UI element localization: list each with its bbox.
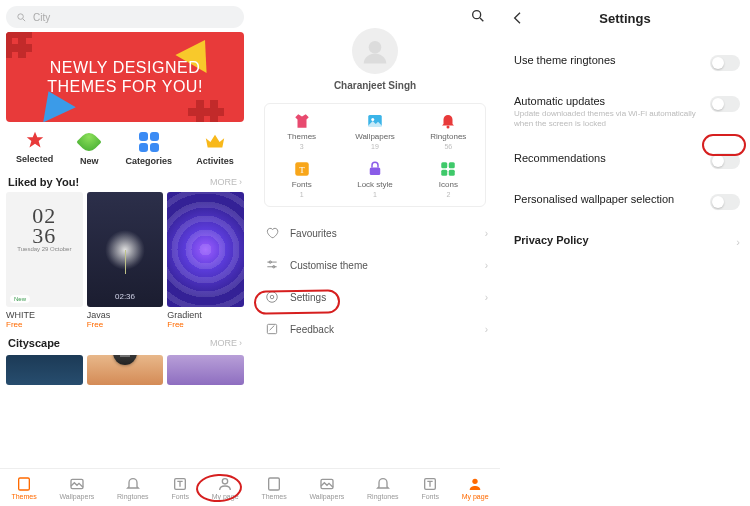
stat-count: 2 xyxy=(446,191,450,198)
themes-home-screen: City Newly Designed Themes For You! Sele… xyxy=(0,0,250,506)
nav-ringtones[interactable]: Ringtones xyxy=(367,476,399,500)
scroll-top-button[interactable] xyxy=(113,355,137,365)
stat-ringtones[interactable]: Ringtones 56 xyxy=(412,112,485,150)
setting-automatic-updates[interactable]: Automatic updates Update downloaded them… xyxy=(514,83,740,140)
avatar[interactable] xyxy=(352,28,398,74)
svg-rect-17 xyxy=(442,170,448,176)
setting-privacy-policy[interactable]: Privacy Policy › xyxy=(514,222,740,260)
svg-rect-15 xyxy=(442,162,448,168)
theme-thumbnail[interactable] xyxy=(6,355,83,385)
stat-lockstyle[interactable]: Lock style 1 xyxy=(338,160,411,198)
menu-label: Customise theme xyxy=(290,260,368,271)
theme-thumbnail[interactable] xyxy=(167,355,244,385)
theme-name: Javas xyxy=(87,310,164,320)
page-title: Settings xyxy=(599,11,650,26)
menu-list: Favourites › Customise theme › Settings … xyxy=(256,217,494,345)
menu-feedback[interactable]: Feedback › xyxy=(256,313,494,345)
svg-point-11 xyxy=(447,126,450,129)
svg-point-0 xyxy=(18,13,24,19)
svg-point-29 xyxy=(472,478,477,483)
setting-title: Privacy Policy xyxy=(514,234,736,246)
svg-rect-26 xyxy=(269,478,280,490)
svg-text:T: T xyxy=(299,165,305,175)
chevron-right-icon: › xyxy=(736,236,740,248)
svg-point-23 xyxy=(270,295,274,299)
cityscape-row xyxy=(0,355,250,385)
more-link[interactable]: MORE› xyxy=(210,338,242,348)
nav-label: Fonts xyxy=(421,493,439,500)
hero-banner[interactable]: Newly Designed Themes For You! xyxy=(6,32,244,122)
bottom-nav: Themes Wallpapers Ringtones Fonts My pag… xyxy=(250,468,500,506)
gear-icon xyxy=(264,290,280,304)
theme-thumbnail xyxy=(167,192,244,307)
stat-count: 1 xyxy=(300,191,304,198)
chevron-right-icon: › xyxy=(485,228,488,239)
image-icon xyxy=(69,476,85,492)
stat-icons[interactable]: Icons 2 xyxy=(412,160,485,198)
tab-activities[interactable]: Activites xyxy=(196,130,234,166)
search-bar[interactable]: City xyxy=(6,6,244,28)
stat-wallpapers[interactable]: Wallpapers 19 xyxy=(338,112,411,150)
edit-icon xyxy=(264,322,280,336)
menu-label: Feedback xyxy=(290,324,334,335)
theme-thumbnail[interactable] xyxy=(87,355,164,385)
hero-text: Newly Designed Themes For You! xyxy=(47,58,203,96)
tab-selected[interactable]: Selected xyxy=(16,130,53,166)
leaf-icon xyxy=(77,130,101,154)
nav-label: Ringtones xyxy=(117,493,149,500)
back-button[interactable] xyxy=(510,10,526,29)
stat-count: 56 xyxy=(444,143,452,150)
nav-label: Themes xyxy=(11,493,36,500)
theme-name: Gradient xyxy=(167,310,244,320)
nav-wallpapers[interactable]: Wallpapers xyxy=(309,476,344,500)
toggle[interactable] xyxy=(710,153,740,169)
search-placeholder: City xyxy=(33,12,50,23)
nav-mypage[interactable]: My page xyxy=(212,476,239,500)
tab-categories[interactable]: Categories xyxy=(126,130,173,166)
nav-themes[interactable]: Themes xyxy=(11,476,36,500)
badge: New xyxy=(10,295,30,303)
theme-name: WHITE xyxy=(6,310,83,320)
shirt-icon xyxy=(293,112,311,130)
setting-use-theme-ringtones[interactable]: Use theme ringtones xyxy=(514,42,740,83)
stat-themes[interactable]: Themes 3 xyxy=(265,112,338,150)
nav-ringtones[interactable]: Ringtones xyxy=(117,476,149,500)
search-button[interactable] xyxy=(470,8,486,26)
toggle[interactable] xyxy=(710,96,740,112)
theme-card[interactable]: 0236 Tuesday 29 October New WHITE Free xyxy=(6,192,83,329)
apps-icon xyxy=(439,160,457,178)
menu-customise[interactable]: Customise theme › xyxy=(256,249,494,281)
setting-title: Personalised wallpaper selection xyxy=(514,193,710,205)
tab-label: Selected xyxy=(16,154,53,164)
nav-themes[interactable]: Themes xyxy=(261,476,286,500)
setting-personalised-wallpaper[interactable]: Personalised wallpaper selection xyxy=(514,181,740,222)
setting-description: Update downloaded themes via Wi-Fi autom… xyxy=(514,109,710,128)
tab-new[interactable]: New xyxy=(77,130,101,166)
nav-wallpapers[interactable]: Wallpapers xyxy=(59,476,94,500)
menu-settings[interactable]: Settings › xyxy=(256,281,494,313)
nav-fonts[interactable]: Fonts xyxy=(171,476,189,500)
settings-list: Use theme ringtones Automatic updates Up… xyxy=(500,36,750,260)
chevron-right-icon: › xyxy=(485,292,488,303)
theme-card[interactable]: Gradient Free xyxy=(167,192,244,329)
svg-point-5 xyxy=(222,478,227,483)
toggle[interactable] xyxy=(710,55,740,71)
more-link[interactable]: MORE› xyxy=(210,177,242,187)
setting-recommendations[interactable]: Recommendations xyxy=(514,140,740,181)
bell-icon xyxy=(439,112,457,130)
svg-point-8 xyxy=(369,41,382,54)
theme-card[interactable]: 02:36 Javas Free xyxy=(87,192,164,329)
menu-favourites[interactable]: Favourites › xyxy=(256,217,494,249)
crown-icon xyxy=(203,130,227,154)
toggle[interactable] xyxy=(710,194,740,210)
nav-fonts[interactable]: Fonts xyxy=(421,476,439,500)
stat-fonts[interactable]: T Fonts 1 xyxy=(265,160,338,198)
theme-thumbnail: 02:36 xyxy=(87,192,164,307)
tab-label: Categories xyxy=(126,156,173,166)
nav-label: Wallpapers xyxy=(59,493,94,500)
stat-count: 1 xyxy=(373,191,377,198)
chevron-right-icon: › xyxy=(485,324,488,335)
nav-mypage[interactable]: My page xyxy=(462,476,489,500)
theme-thumbnail: 0236 Tuesday 29 October New xyxy=(6,192,83,307)
username: Charanjeet Singh xyxy=(250,80,500,91)
